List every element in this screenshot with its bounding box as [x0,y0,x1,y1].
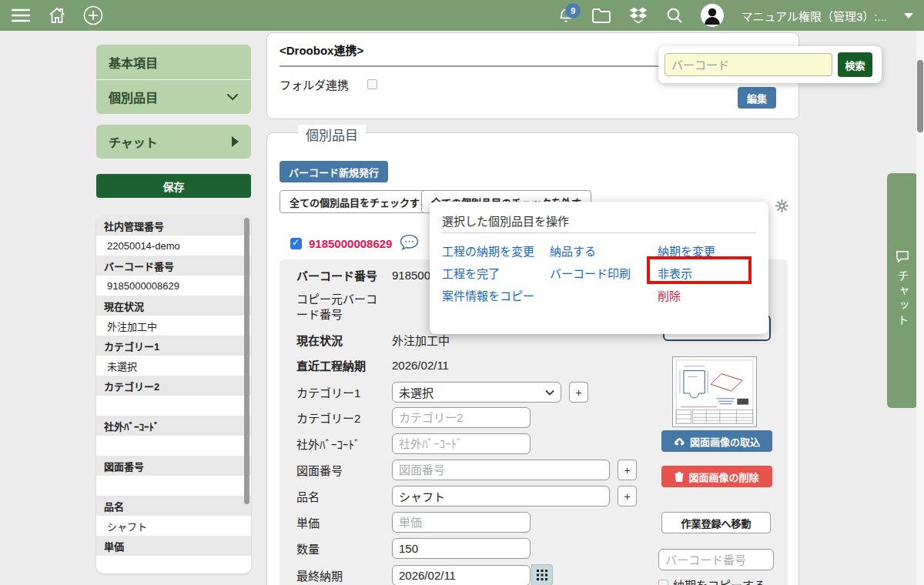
save-button[interactable]: 保存 [96,174,251,198]
drawing-thumbnail[interactable] [672,356,757,427]
new-barcode-button[interactable]: バーコード新規発行 [280,161,388,182]
popup-link-hide[interactable]: 非表示 [658,265,692,281]
sidebar-item-label: 基本項目 [109,53,158,72]
summary-value: 外注加工中 [96,316,251,336]
barcode-search-button[interactable]: 検索 [838,52,872,77]
item-summary-panel: 社内管理番号 22050014-demo バーコード番号 91850000086… [96,216,251,573]
chevron-down-icon [226,93,239,101]
popup-link-print-barcode[interactable]: バーコード印刷 [550,265,631,281]
popup-link-change-due[interactable]: 納期を変更 [658,242,715,259]
edit-button[interactable]: 編集 [738,87,776,109]
summary-label: 単価 [96,536,251,556]
page-scrollbar [916,31,924,585]
field-label: 単価 [296,514,392,530]
chat-button-label: チャット [109,132,158,151]
folder-link-checkbox[interactable] [367,79,377,89]
notifications-bell-icon[interactable]: 9 [557,6,574,25]
chevron-down-icon[interactable] [904,13,913,18]
category2-input[interactable] [392,407,531,428]
summary-value [96,396,251,416]
field-label: カテゴリー1 [296,384,392,400]
popup-link-change-process-due[interactable]: 工程の納期を変更 [442,242,534,259]
popup-link-copy-case-info[interactable]: 案件情報をコピー [442,287,534,303]
drawing-number-input[interactable] [392,460,610,480]
add-new-icon[interactable] [83,5,103,25]
summary-label: 品名 [96,496,251,516]
field-label: 最終納期 [296,567,392,583]
copy-due-label: 納期をコピーする [673,577,765,585]
dropbox-icon[interactable] [628,6,648,25]
app-window: 9 マニュアル権限（管理3）:... 基本項目 [0,0,924,585]
chat-bubble-icon [896,250,909,262]
summary-label: 社外ﾊﾞｰｺｰﾄﾞ [96,416,251,436]
field-label: 数量 [296,540,392,557]
import-drawing-button[interactable]: 図面画像の取込 [661,430,772,452]
topbar: 9 マニュアル権限（管理3）:... [0,0,924,31]
check-all-button[interactable]: 全ての個別品目をチェックする [280,190,440,213]
summary-label: カテゴリー1 [96,336,251,356]
field-label: 現在状況 [296,332,392,348]
individual-items-section: 個別品目 バーコード新規発行 全ての個別品目をチェックする 全ての個別品目のチェ… [266,132,799,585]
sidebar-item-basic[interactable]: 基本項目 [96,45,251,79]
hamburger-menu-icon[interactable] [11,8,31,23]
panel-scrollbar-thumb[interactable] [244,218,249,504]
summary-value: 未選択 [96,356,251,376]
summary-label: 図面番号 [96,456,251,476]
upload-cloud-icon [674,436,685,446]
popup-link-deliver[interactable]: 納品する [550,242,596,259]
item-checkbox[interactable] [290,238,302,249]
gear-icon[interactable] [775,199,788,216]
field-label: 品名 [296,488,392,504]
droobox-title: <Droobox連携> [280,42,363,58]
summary-value [96,476,251,496]
barcode-search-box: 検索 [658,46,882,83]
folder-icon[interactable] [591,7,611,24]
barcode-search-input[interactable] [665,53,832,76]
date-picker-icon[interactable] [531,564,553,585]
folder-link-label: フォルダ連携 [280,76,349,92]
summary-value: 9185000008629 [96,276,251,296]
popup-title: 選択した個別品目を操作 [442,212,569,229]
external-barcode-input[interactable] [392,433,531,454]
unit-price-input[interactable] [392,512,531,533]
right-barcode-input[interactable] [658,549,774,570]
process-due-value: 2026/02/11 [392,359,449,372]
product-name-input[interactable] [392,486,610,506]
summary-label: 社内管理番号 [96,216,251,236]
add-category1-button[interactable]: + [569,382,588,403]
sidebar-chat-button[interactable]: チャット [96,125,251,159]
quantity-input[interactable] [392,538,531,559]
chevron-down-icon [545,389,554,396]
user-avatar[interactable] [701,4,724,27]
section-legend: 個別品目 [298,125,366,144]
page-scrollbar-thumb[interactable] [917,60,923,132]
summary-label: 現在状況 [96,296,251,316]
add-product-name-button[interactable]: + [618,486,637,506]
selected-items-popup: 選択した個別品目を操作 工程の納期を変更 納品する 納期を変更 工程を完了 バー… [430,202,768,334]
copy-due-checkbox[interactable] [658,580,668,585]
delete-drawing-button[interactable]: 図面画像の削除 [661,466,772,487]
item-row: 9185000008629 [290,233,420,254]
sidebar-item-individual[interactable]: 個別品目 [96,79,251,114]
item-barcode-link[interactable]: 9185000008629 [309,237,392,250]
user-role-label[interactable]: マニュアル権限（管理3）:... [741,8,887,24]
search-icon[interactable] [665,6,684,25]
summary-value: シャフト [96,516,251,536]
popup-link-delete[interactable]: 削除 [658,287,681,303]
final-due-date-input[interactable] [392,565,531,585]
goto-work-registration-button[interactable]: 作業登録へ移動 [661,512,771,533]
chat-side-tab[interactable]: チャット [887,173,918,408]
summary-value [96,436,251,456]
add-drawing-number-button[interactable]: + [618,460,637,480]
summary-label: バーコード番号 [96,256,251,276]
popup-link-complete-process[interactable]: 工程を完了 [442,265,500,281]
category1-select[interactable]: 未選択 [392,382,561,403]
delete-drawing-label: 図面画像の削除 [688,470,758,484]
field-label: 社外ﾊﾞｰｺｰﾄﾞ [296,436,392,452]
field-label: 図面番号 [296,462,392,478]
home-icon[interactable] [48,6,66,25]
import-drawing-label: 図面画像の取込 [690,434,760,449]
divider [442,232,756,233]
comment-bubble-icon[interactable] [399,233,420,254]
field-label: カテゴリー2 [296,410,392,426]
